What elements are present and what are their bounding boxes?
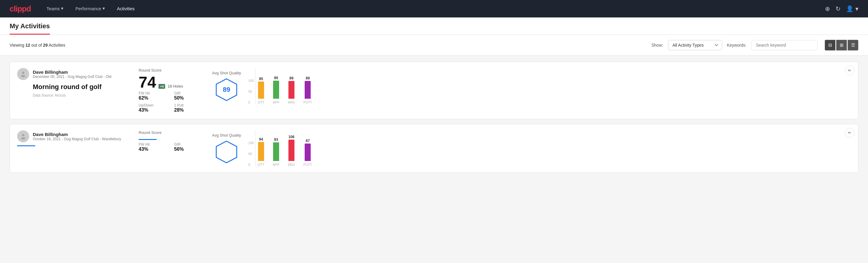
bar-value-label: 106 [288, 135, 294, 139]
nav-item-performance[interactable]: Performance ▾ [74, 0, 106, 18]
add-icon[interactable]: ⊕ [825, 5, 830, 12]
chart-y-labels: 100 50 0 [248, 74, 254, 104]
fw-hit-label: FW Hit [138, 142, 169, 147]
bar-group: 93 APP [273, 138, 279, 167]
svg-point-0 [22, 71, 24, 74]
logo: clippd [10, 4, 31, 13]
gir-stat: GIR 50% [174, 91, 205, 101]
fw-hit-label: FW Hit [138, 91, 169, 95]
gir-label: GIR [174, 142, 205, 147]
round-score-label: Round Score [138, 130, 205, 135]
bar-value-label: 94 [259, 137, 263, 141]
bar-group: 90 APP [273, 76, 279, 104]
fw-hit-stat: FW Hit 62% [138, 91, 169, 101]
gir-value: 56% [174, 147, 205, 152]
avg-shot-quality-label: Avg Shot Quality [212, 133, 241, 138]
user-name: Dave Billingham [33, 132, 121, 137]
subheader: My Activities [0, 18, 868, 35]
activity-card: Dave Billingham December 05, 2021 - Gog … [10, 62, 858, 119]
score-badge: +4 [158, 84, 165, 89]
grid-icon: ⊞ [840, 42, 844, 48]
chart-y-labels: 100 50 0 [248, 136, 254, 167]
chart-bars: 85 OTT 90 APP 89 ARG 89 PUTT [255, 68, 315, 104]
one-putt-stat: 1 Putt 28% [174, 103, 205, 113]
user-row: Dave Billingham December 05, 2021 - Gog … [17, 68, 131, 80]
bar-group: 89 ARG [288, 76, 295, 104]
shot-quality-section: Avg Shot Quality 89 100 50 0 [212, 68, 851, 104]
edit-button[interactable]: ✏ [845, 66, 855, 75]
bar-group: 94 OTT [258, 137, 265, 167]
bar [273, 142, 279, 161]
toolbar: Viewing 12 out of 29 Activities Show: Al… [0, 35, 868, 56]
user-info: Dave Billingham December 05, 2021 - Gog … [33, 69, 111, 79]
bar-x-label: ARG [288, 163, 295, 167]
data-source: Data Source: Arccos [33, 93, 131, 97]
bar [288, 81, 294, 99]
gir-stat: GIR 56% [174, 142, 205, 152]
user-row: Dave Billingham October 16, 2021 - Gog M… [17, 130, 131, 142]
viewing-text: Viewing 12 out of 29 Activities [10, 43, 647, 48]
activities-list: Dave Billingham December 05, 2021 - Gog … [0, 56, 868, 179]
bar [305, 81, 311, 99]
activity-card: Dave Billingham October 16, 2021 - Gog M… [10, 124, 858, 173]
bar-group: 89 PUTT [304, 76, 312, 104]
score-bar [138, 139, 157, 140]
one-putt-value: 28% [174, 108, 205, 113]
bar-x-label: PUTT [304, 163, 312, 167]
keywords-label: Keywords: [727, 43, 746, 48]
bar-value-label: 85 [259, 77, 263, 81]
hexagon-container: Avg Shot Quality [212, 133, 241, 164]
list-dense-icon: ⊟ [828, 42, 832, 48]
one-putt-label: 1 Putt [174, 103, 205, 108]
user-menu-icon[interactable]: 👤 ▾ [846, 5, 858, 12]
fw-hit-stat: FW Hit 43% [138, 142, 169, 152]
bar-x-label: ARG [288, 100, 295, 104]
updown-value: 43% [138, 108, 169, 113]
small-stats: FW Hit 62% GIR 50% Up/Down 43% 1 Putt 28… [138, 91, 205, 113]
fw-hit-value: 43% [138, 147, 169, 152]
search-input[interactable] [751, 40, 817, 50]
bar-x-label: OTT [258, 100, 265, 104]
grid-view-button[interactable]: ⊞ [836, 40, 847, 51]
view-toggles: ⊟ ⊞ ☰ [825, 40, 858, 51]
bar [258, 82, 264, 99]
small-stats: FW Hit 43% GIR 56% [138, 142, 205, 152]
bar-x-label: APP [273, 100, 279, 104]
user-info: Dave Billingham October 16, 2021 - Gog M… [33, 132, 121, 141]
bar-chart: 100 50 0 94 OTT 93 APP 106 [248, 130, 851, 167]
activity-type-select[interactable]: All Activity Types [668, 40, 722, 50]
chart-bars: 94 OTT 93 APP 106 ARG 87 PUTT [255, 130, 315, 167]
avg-shot-quality-value: 89 [223, 86, 230, 94]
bar-group: 106 ARG [288, 135, 295, 167]
hexagon: 89 [214, 78, 239, 102]
chevron-down-icon: ▾ [61, 6, 63, 11]
bar-x-label: OTT [258, 163, 265, 167]
avg-shot-quality-label: Avg Shot Quality [212, 71, 241, 75]
hexagon [214, 140, 239, 164]
stats-section: Round Score FW Hit 43% GIR 56% [138, 130, 205, 152]
fw-hit-value: 62% [138, 95, 169, 101]
nav-right-actions: ⊕ ↻ 👤 ▾ [825, 5, 858, 12]
updown-label: Up/Down [138, 103, 169, 108]
shot-quality-section: Avg Shot Quality 100 50 0 [212, 130, 851, 167]
show-label: Show: [651, 43, 663, 48]
bar-group: 87 PUTT [304, 139, 312, 167]
card-left: Dave Billingham December 05, 2021 - Gog … [17, 68, 131, 97]
gir-label: GIR [174, 91, 205, 95]
nav-item-teams[interactable]: Teams ▾ [45, 0, 65, 18]
score-partial-line [17, 145, 35, 146]
bar-x-label: PUTT [304, 100, 312, 104]
updown-stat: Up/Down 43% [138, 103, 169, 113]
round-score-row: 74 +4 18 Holes [138, 74, 205, 90]
stats-section: Round Score 74 +4 18 Holes FW Hit 62% GI… [138, 68, 205, 113]
list-icon: ☰ [851, 42, 855, 48]
holes-text: 18 Holes [167, 84, 183, 88]
list-dense-view-button[interactable]: ⊟ [825, 40, 836, 51]
bar [288, 140, 294, 161]
svg-point-1 [21, 75, 25, 77]
list-view-button[interactable]: ☰ [847, 40, 858, 51]
nav-item-activities[interactable]: Activities [116, 0, 136, 18]
bar [273, 81, 279, 99]
refresh-icon[interactable]: ↻ [836, 5, 841, 12]
edit-button[interactable]: ✏ [845, 128, 855, 138]
